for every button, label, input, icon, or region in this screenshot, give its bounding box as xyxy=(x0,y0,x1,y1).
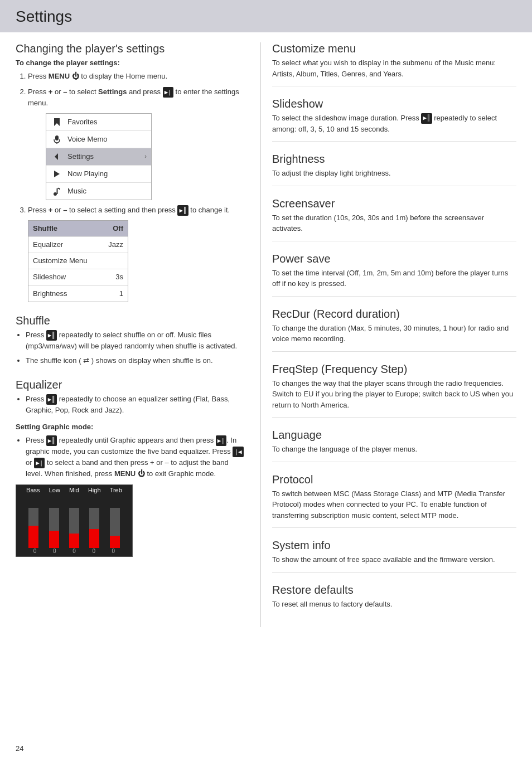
step-1: Press MENU ⏻ to display the Home menu. xyxy=(28,71,244,82)
menu-bold2: MENU xyxy=(114,469,136,478)
svg-rect-6 xyxy=(57,188,58,194)
page-header: Settings xyxy=(0,0,532,32)
settings-label-equalizer: Equalizer xyxy=(33,239,108,250)
menu-label-bold: MENU xyxy=(49,72,70,80)
settings-word: Settings xyxy=(98,88,127,96)
eq-diagram: Bass Low Mid High Treb xyxy=(16,484,133,557)
menu-label-music: Music xyxy=(67,186,147,197)
eq-labels: Bass Low Mid High Treb xyxy=(16,485,132,493)
shuffle-bullet-1: Press ▶║ repeatedly to select shuffle on… xyxy=(26,329,244,352)
menu-list: Favorites Voice Memo xyxy=(46,113,152,200)
plus-sign: + xyxy=(49,88,53,96)
playpause-icon: ▶║ xyxy=(177,205,188,216)
menu-item-music: Music xyxy=(46,183,151,200)
menu-item-voicememo: Voice Memo xyxy=(46,131,151,148)
eq-track-treb xyxy=(110,508,120,548)
eq-fill-treb xyxy=(110,536,120,548)
section-recdur: RecDur (Record duration) To change the d… xyxy=(272,308,516,352)
right-column: Customize menu To select what you wish t… xyxy=(260,42,516,627)
graphic-mode-bullet: Press ▶║ repeatedly until Graphic appear… xyxy=(26,435,244,480)
settings-label-customizemenu: Customize Menu xyxy=(33,255,123,266)
eq-zero-bass: 0 xyxy=(33,548,37,554)
graphic-mode-subheading: Setting Graphic mode: xyxy=(16,421,244,433)
svg-marker-0 xyxy=(54,118,60,126)
section-slideshow: Slideshow To select the slideshow image … xyxy=(272,98,516,142)
eq-bar-low xyxy=(49,503,59,548)
equalizer-bullets: Press ▶║ repeatedly to choose an equaliz… xyxy=(26,394,244,416)
slideshow-heading: Slideshow xyxy=(272,98,516,110)
menu-label-favorites: Favorites xyxy=(67,117,147,128)
power-save-heading: Power save xyxy=(272,253,516,265)
eq-bar-mid xyxy=(69,503,79,548)
eq-fill-low xyxy=(49,531,59,547)
eq-bars-area xyxy=(16,493,132,548)
eq-track-bass xyxy=(28,508,38,548)
section-equalizer: Equalizer Press ▶║ repeatedly to choose … xyxy=(16,379,244,556)
system-info-heading: System info xyxy=(272,539,516,552)
section-freqstep: FreqStep (Frequency Step) To changes the… xyxy=(272,363,516,418)
step-3: Press + or – to select a setting and the… xyxy=(28,205,244,302)
restore-defaults-text: To reset all menus to factory defaults. xyxy=(272,599,516,610)
menu-label-settings: Settings xyxy=(67,151,140,162)
next-icon: ▶| xyxy=(163,87,173,98)
steps-list: Press MENU ⏻ to display the Home menu. P… xyxy=(28,71,244,302)
section-screensaver: Screensaver To set the duration (10s, 20… xyxy=(272,197,516,241)
screensaver-heading: Screensaver xyxy=(272,197,516,210)
section-subheading-changing: To change the player settings: xyxy=(16,57,244,69)
minus-sign: – xyxy=(63,88,67,96)
svg-marker-4 xyxy=(54,171,60,177)
eq-label-mid: Mid xyxy=(69,487,79,493)
slideshow-text: To select the slideshow image duration. … xyxy=(272,113,516,134)
svg-rect-1 xyxy=(55,135,59,140)
eq-label-treb: Treb xyxy=(110,487,122,493)
recdur-text: To change the duration (Max, 5 minutes, … xyxy=(272,323,516,345)
power-icon2: ⏻ xyxy=(138,469,145,478)
playpause-icon2: ▶║ xyxy=(46,330,57,341)
settings-row-brightness: Brightness 1 xyxy=(28,286,128,302)
eq-zero-high: 0 xyxy=(92,548,95,554)
screensaver-text: To set the duration (10s, 20s, 30s and 1… xyxy=(272,212,516,234)
page-number: 24 xyxy=(16,744,23,753)
eq-label-low: Low xyxy=(49,487,60,493)
recdur-heading: RecDur (Record duration) xyxy=(272,308,516,321)
settings-row-slideshow: Slideshow 3s xyxy=(28,269,128,285)
page: Settings Changing the player's settings … xyxy=(0,0,532,766)
settings-row-equalizer: Equalizer Jazz xyxy=(28,237,128,253)
eq-fill-mid xyxy=(69,534,79,548)
section-power-save: Power save To set the time interval (Off… xyxy=(272,253,516,297)
restore-defaults-heading: Restore defaults xyxy=(272,584,516,597)
eq-bar-treb xyxy=(110,503,120,548)
eq-bottom-labels: 0 0 0 0 0 xyxy=(16,548,132,556)
menu-item-nowplaying: Now Playing xyxy=(46,166,151,183)
content-area: Changing the player's settings To change… xyxy=(0,42,532,627)
playpause-icon4: ▶║ xyxy=(46,435,57,446)
play-icon xyxy=(51,168,63,180)
shuffle-bullets: Press ▶║ repeatedly to select shuffle on… xyxy=(26,329,244,366)
brightness-heading: Brightness xyxy=(272,153,516,166)
mic-icon xyxy=(51,133,63,146)
eq-zero-treb: 0 xyxy=(112,548,115,554)
eq-label-bass: Bass xyxy=(26,487,40,493)
eq-track-mid xyxy=(69,508,79,548)
menu-label-voicememo: Voice Memo xyxy=(67,134,147,145)
plus-sign2: + xyxy=(49,206,53,214)
customize-menu-text: To select what you wish to display in th… xyxy=(272,57,516,79)
section-restore-defaults: Restore defaults To reset all menus to f… xyxy=(272,584,516,617)
section-protocol: Protocol To switch between MSC (Mass Sto… xyxy=(272,473,516,529)
settings-value-brightness: 1 xyxy=(119,288,123,299)
settings-row-shuffle: Shuffle Off xyxy=(28,221,128,237)
power-icon: ⏻ xyxy=(72,72,79,80)
section-system-info: System info To show the amount of free s… xyxy=(272,539,516,573)
bookmark-icon xyxy=(51,116,63,128)
playpause-icon3: ▶║ xyxy=(46,394,57,405)
graphic-mode-bullets: Press ▶║ repeatedly until Graphic appear… xyxy=(26,435,244,480)
left-column: Changing the player's settings To change… xyxy=(16,42,260,627)
menu-item-favorites: Favorites xyxy=(46,114,151,131)
eq-fill-bass xyxy=(28,526,38,548)
next-icon2: ▶| xyxy=(216,435,226,446)
menu-label-nowplaying: Now Playing xyxy=(67,168,147,180)
eq-track-high xyxy=(89,508,99,548)
section-brightness: Brightness To adjust the display light b… xyxy=(272,153,516,186)
page-title: Settings xyxy=(16,8,516,26)
settings-value-slideshow: 3s xyxy=(115,272,123,283)
